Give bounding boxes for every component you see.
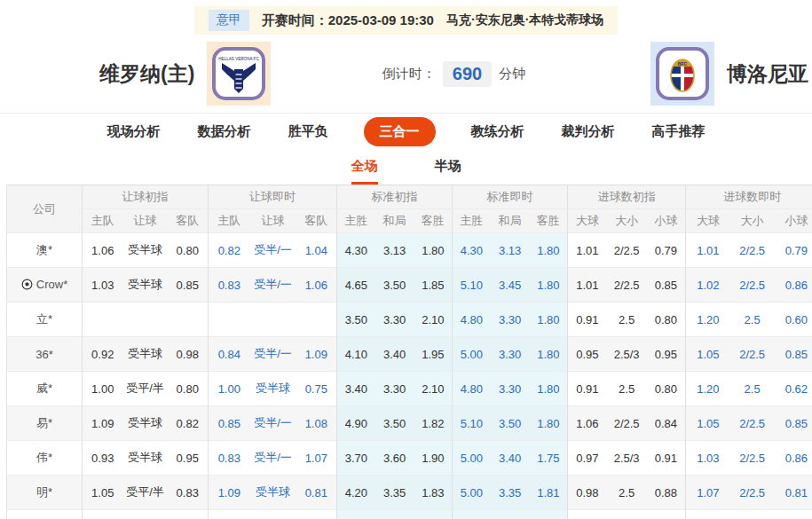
odds-cell: 0.93: [83, 441, 123, 476]
odds-cell: 0.84: [647, 406, 686, 441]
col-header: 主队: [83, 209, 123, 233]
company-cell[interactable]: Interwet*: [7, 510, 83, 519]
odds-cell: 0.83: [209, 441, 250, 476]
header-col-row: 主队让球客队主队让球客队主胜和局客胜主胜和局客胜大球大小小球大球大小小球: [7, 209, 812, 233]
odds-cell: 1.05: [686, 337, 730, 372]
odds-cell: 0.79: [775, 233, 812, 268]
odds-cell: 0.95: [168, 441, 209, 476]
company-cell[interactable]: 伟*: [7, 441, 83, 476]
period-tab-1[interactable]: 全场: [351, 158, 378, 185]
odds-cell: 0.80: [168, 233, 209, 268]
company-name: Crow*: [21, 278, 67, 291]
nav-tab-3[interactable]: 胜平负: [287, 118, 330, 145]
countdown: 倒计时： 690 分钟: [382, 61, 525, 87]
company-cell[interactable]: 易*: [7, 406, 83, 441]
odds-cell: 2.10: [414, 372, 453, 406]
odds-cell: 1.07: [686, 476, 730, 510]
odds-cell: 1.20: [686, 372, 730, 406]
odds-cell: 0.81: [775, 476, 812, 510]
nav-tab-1[interactable]: 现场分析: [106, 118, 162, 145]
odds-cell: 0.88: [647, 476, 686, 510]
odds-cell: 1.05: [83, 476, 123, 510]
odds-cell: 受半球: [123, 510, 168, 519]
match-info-strip: 意甲 开赛时间：2025-03-09 19:30 马克·安东尼奥·本特戈蒂球场: [194, 6, 619, 35]
table-row: 明*1.05受平/半0.831.09受半球0.814.203.351.835.0…: [7, 476, 812, 510]
table-row: 36*0.92受半球0.980.84受半/一1.094.103.401.955.…: [7, 337, 812, 372]
bologna-crest-icon: BFC: [654, 45, 711, 102]
table-row: 澳*1.06受半球0.800.82受半/一1.044.303.131.804.3…: [7, 233, 812, 268]
col-header: 大球: [686, 209, 730, 233]
odds-cell: 0.98: [168, 337, 209, 372]
odds-cell: 5.00: [453, 476, 491, 510]
nav-tab-5[interactable]: 教练分析: [469, 118, 526, 145]
table-row: 立*3.503.302.104.803.301.800.912.50.801.2…: [7, 303, 812, 337]
odds-cell: 受半/一: [250, 233, 296, 268]
odds-cell: 3.30: [375, 372, 414, 406]
odds-cell: 受半球: [123, 441, 168, 476]
odds-cell: 1.04: [296, 233, 337, 268]
odds-cell: 0.62: [775, 372, 812, 406]
odds-cell: 1.01: [568, 268, 607, 303]
odds-cell: 0.95: [647, 337, 686, 372]
odds-cell: 3.40: [337, 372, 375, 406]
company-cell[interactable]: 36*: [7, 337, 83, 372]
nav-tab-4[interactable]: 三合一: [364, 117, 436, 146]
odds-cell: 2/2.5: [730, 406, 775, 441]
odds-cell: 3.40: [375, 510, 414, 519]
odds-cell: 1.00: [209, 510, 250, 519]
company-cell[interactable]: 明*: [7, 476, 83, 510]
table-row: Crow*1.03受半球0.850.83受半/一1.064.653.501.85…: [7, 268, 812, 303]
odds-cell: [168, 303, 209, 337]
period-tabs: 全场半场: [0, 149, 812, 185]
table-row: Interwet*0.97受半球0.831.00受半球0.804.803.401…: [7, 510, 812, 519]
odds-cell: 2.5: [730, 372, 775, 406]
odds-cell: 2/2.5: [730, 233, 775, 268]
odds-cell: 5.10: [453, 406, 491, 441]
odds-cell: 4.80: [337, 510, 375, 519]
nav-tab-6[interactable]: 裁判分析: [560, 118, 617, 145]
header-group-row: 公司 让球初指让球即时标准初指标准即时进球数初指进球数即时: [7, 185, 812, 209]
away-team-name: 博洛尼亚: [727, 60, 808, 88]
odds-cell: 1.82: [414, 406, 453, 441]
group-header-4: 标准即时: [453, 185, 568, 209]
group-header-1: 让球初指: [83, 185, 209, 209]
col-header: 让球: [250, 209, 296, 233]
odds-cell: 1.03: [686, 441, 730, 476]
odds-cell: 受平/半: [123, 476, 168, 510]
odds-cell: 2.5/3: [607, 441, 647, 476]
odds-cell: 2.5: [607, 510, 647, 519]
odds-cell: 1.80: [530, 233, 568, 268]
odds-cell: 0.85: [647, 268, 686, 303]
odds-cell: 0.83: [168, 476, 209, 510]
odds-cell: 2/2.5: [607, 268, 647, 303]
home-team-name: 维罗纳(主): [99, 60, 194, 88]
odds-cell: 3.50: [491, 406, 530, 441]
odds-cell: 受半球: [123, 406, 168, 441]
odds-cell: 1.80: [530, 337, 568, 372]
odds-cell: 3.30: [375, 303, 414, 337]
odds-cell: 0.85: [168, 268, 209, 303]
odds-cell: 受半/一: [250, 406, 296, 441]
col-header: 主队: [209, 209, 250, 233]
nav-tab-7[interactable]: 高手推荐: [650, 118, 707, 145]
odds-cell: 4.80: [453, 303, 491, 337]
odds-cell: 0.83: [209, 268, 250, 303]
period-tab-2[interactable]: 半场: [435, 158, 461, 185]
odds-cell: 0.83: [168, 510, 209, 519]
company-cell[interactable]: 澳*: [7, 233, 83, 268]
odds-cell: 0.80: [647, 303, 686, 337]
odds-cell: 4.30: [337, 233, 375, 268]
odds-cell: 0.86: [775, 268, 812, 303]
col-header: 客胜: [414, 209, 453, 233]
nav-tab-2[interactable]: 数据分析: [196, 118, 253, 145]
odds-cell: 2.5: [730, 510, 775, 519]
soccer-ball-icon: [21, 279, 33, 290]
odds-cell: 1.80: [414, 233, 453, 268]
odds-cell: [209, 303, 250, 337]
odds-cell: 1.25: [568, 510, 607, 519]
odds-cell: 0.85: [775, 337, 812, 372]
company-cell[interactable]: Crow*: [7, 268, 83, 303]
company-cell[interactable]: 威*: [7, 372, 83, 406]
company-cell[interactable]: 立*: [7, 303, 83, 337]
odds-cell: 4.20: [337, 476, 375, 510]
